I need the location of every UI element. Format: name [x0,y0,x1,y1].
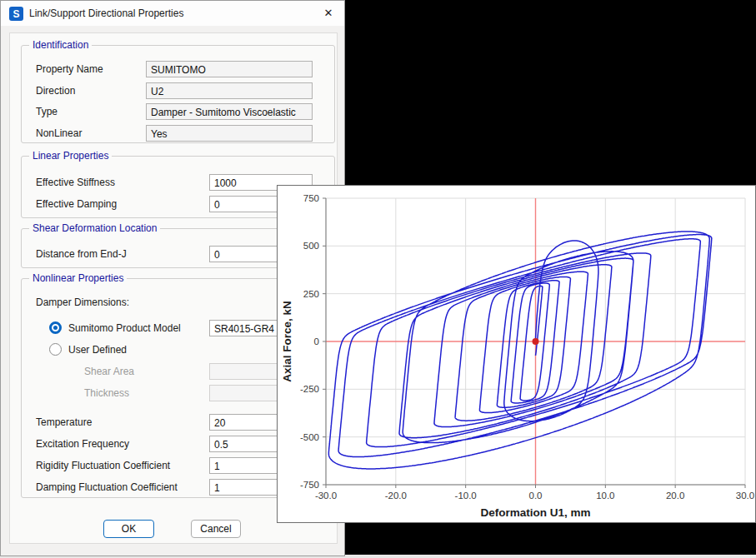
nonlinear-properties-group-title: Nonlinear Properties [29,272,127,284]
y-tick-label: -500 [300,432,319,442]
nonlinear-label: NonLinear [36,125,82,142]
y-tick-label: 500 [303,241,319,251]
sumitomo-product-model-radio[interactable] [49,321,62,334]
direction-field: U2 [146,82,313,99]
origin-dot [533,338,539,345]
nonlinear-field: Yes [146,125,313,142]
type-label: Type [36,103,58,120]
x-tick-label: -10.0 [455,491,477,501]
thickness-label: Thickness [84,385,129,401]
y-tick-label: 250 [303,289,319,299]
rigidity-fluctuation-coefficient-label: Rigidity Fluctuation Coefficient [36,457,170,474]
distance-from-endj-label: Distance from End-J [36,246,127,262]
excitation-frequency-label: Excitation Frequency [36,436,129,452]
shear-deformation-group-title: Shear Deformation Location [29,222,160,234]
x-tick-label: 20.0 [666,491,684,501]
app-icon: S [9,7,23,21]
x-tick-label: -20.0 [385,491,407,501]
x-tick-label: 10.0 [596,491,614,501]
sumitomo-product-model-label[interactable]: Sumitomo Product Model [68,320,181,336]
y-tick-label: -750 [300,480,319,490]
damper-dimensions-label: Damper Dimensions: [36,294,129,311]
window-bottom-edge [345,555,756,558]
x-tick-label: 30.0 [736,491,754,501]
y-tick-label: 0 [314,336,319,346]
hysteresis-curve [328,232,711,469]
shear-area-label: Shear Area [84,363,134,380]
cancel-button[interactable]: Cancel [191,520,241,538]
x-tick-label: -30.0 [315,491,337,501]
ok-button[interactable]: OK [103,520,154,538]
user-defined-label[interactable]: User Defined [68,341,127,358]
identification-group: Identification Property Name SUMITOMO Di… [21,45,335,143]
damping-fluctuation-coefficient-label: Damping Fluctuation Coefficient [36,479,178,496]
y-tick-label: 750 [303,193,319,203]
effective-stiffness-label: Effective Stiffness [36,174,115,191]
direction-label: Direction [36,82,75,99]
x-axis-title: Deformation U1, mm [480,506,590,519]
close-icon[interactable]: ✕ [314,1,343,26]
effective-damping-label: Effective Damping [36,196,117,212]
y-tick-label: -250 [300,384,319,394]
identification-group-title: Identification [29,39,92,51]
type-field: Damper - Sumitomo Viscoelastic [146,103,313,120]
temperature-label: Temperature [36,414,92,431]
user-defined-radio[interactable] [49,343,62,356]
property-name-label: Property Name [36,61,103,77]
dialog-title: Link/Support Directional Properties [29,1,183,26]
linear-properties-group-title: Linear Properties [29,150,112,162]
hysteresis-chart: -30.0-20.0-10.00.010.020.030.07505002500… [278,186,755,522]
y-axis-title: Axial Force, kN [281,301,293,382]
hysteresis-chart-panel: -30.0-20.0-10.00.010.020.030.07505002500… [277,185,756,523]
x-tick-label: 0.0 [529,491,543,501]
dialog-titlebar[interactable]: S Link/Support Directional Properties ✕ [1,1,344,26]
property-name-field: SUMITOMO [146,61,313,77]
